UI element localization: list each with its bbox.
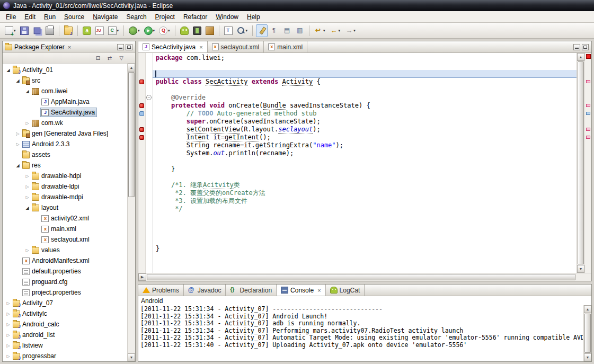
tree-item-com-liwei[interactable]: ◢com.liwei [3, 86, 127, 96]
scroll-down-icon[interactable]: ▼ [584, 353, 591, 361]
tree-item-project-properties[interactable]: project.properties [3, 287, 127, 298]
code-line[interactable]: // TODO Auto-generated method stub [153, 110, 577, 118]
code-line[interactable] [153, 86, 577, 94]
code-line[interactable]: public class SecActivity extends Activit… [153, 78, 577, 86]
overview-ruler[interactable] [584, 53, 591, 273]
tab-seclayout-xml[interactable]: seclayout.xml [208, 41, 264, 52]
tree-item-activity02-xml[interactable]: activity02.xml [3, 213, 127, 224]
scroll-right-icon[interactable]: ▶ [138, 273, 146, 281]
code-line[interactable] [153, 213, 577, 221]
tree-item-values[interactable]: ▷values [3, 245, 127, 255]
link-with-editor-button[interactable]: ⇄ [105, 54, 114, 62]
code-line[interactable] [153, 237, 577, 245]
collapse-arrow-icon[interactable]: ◢ [14, 78, 21, 83]
tree-item-listview[interactable]: ▷listview [3, 340, 127, 351]
code-line[interactable]: Intent it=getIntent(); [153, 134, 577, 141]
chevron-down-icon[interactable]: ▾ [14, 29, 16, 33]
error-marker-icon[interactable] [139, 135, 144, 140]
back-button[interactable]: ▾ [328, 24, 342, 37]
minimize-editor-button[interactable] [573, 44, 580, 50]
code-line[interactable] [153, 221, 577, 229]
expand-arrow-icon[interactable]: ▷ [5, 343, 12, 348]
forward-button[interactable]: ▾ [343, 24, 357, 37]
minimize-view-button[interactable] [117, 44, 124, 50]
android-sdk-manager-button[interactable] [179, 24, 190, 37]
save-all-button[interactable] [31, 24, 43, 37]
tree-item-progressbar[interactable]: ▷progressbar [3, 351, 127, 361]
show-columns-button[interactable] [294, 24, 306, 37]
scroll-down-icon[interactable]: ▼ [577, 265, 584, 273]
tree-item-drawable-ldpi[interactable]: ▷drawable-ldpi [3, 181, 127, 192]
tab-problems[interactable]: Problems [138, 285, 184, 296]
tree-scrollbar[interactable]: ▲ ▼ [127, 64, 135, 361]
expand-arrow-icon[interactable]: ▷ [5, 354, 12, 359]
new-junit-test-button[interactable] [94, 24, 105, 37]
view-menu-button[interactable]: ▽ [117, 54, 126, 62]
collapse-fold-icon[interactable]: − [146, 95, 152, 100]
expand-arrow-icon[interactable]: ▷ [5, 333, 12, 338]
menu-project[interactable]: Project [151, 12, 179, 22]
new-android-project-button[interactable] [81, 24, 93, 37]
code-line[interactable]: *2. 覆盖父类的onCreate方法 [153, 189, 577, 197]
code-line[interactable] [153, 62, 577, 70]
code-line[interactable] [153, 157, 577, 165]
tree-item-src[interactable]: ◢src [3, 75, 127, 86]
expand-arrow-icon[interactable]: ▷ [24, 195, 31, 200]
scrollbar-thumb[interactable] [578, 61, 584, 264]
tree-item-drawable-hdpi[interactable]: ▷drawable-hdpi [3, 171, 127, 181]
collapse-arrow-icon[interactable]: ◢ [24, 89, 31, 94]
close-icon[interactable]: × [199, 44, 202, 50]
avd-manager-button[interactable] [191, 24, 203, 37]
tree-item-com-wk[interactable]: ▷com.wk [3, 118, 127, 128]
console-scrollbar[interactable]: ▲ ▼ [583, 305, 591, 361]
tab-main-xml[interactable]: main.xml [264, 41, 307, 52]
code-area[interactable]: package com.liwei;public class SecActivi… [153, 53, 577, 273]
new-wizard-button[interactable]: ▾ [3, 24, 17, 37]
run-button[interactable]: ▾ [143, 24, 157, 37]
expand-arrow-icon[interactable]: ▷ [24, 174, 31, 179]
tree-item-activity-07[interactable]: ▷Activity_07 [3, 298, 127, 308]
menu-edit[interactable]: Edit [20, 12, 40, 22]
scrollbar-thumb[interactable] [128, 72, 135, 197]
code-line[interactable]: String recname=it.getStringExtra("name")… [153, 141, 577, 149]
error-marker-icon[interactable] [139, 103, 144, 108]
menu-file[interactable]: File [2, 12, 20, 22]
error-marker-icon[interactable] [139, 127, 144, 132]
tree-item-activity-01[interactable]: ◢Activity_01 [3, 65, 127, 75]
scroll-up-icon[interactable]: ▲ [128, 64, 135, 72]
code-line[interactable]: setContentView(R.layout.seclayout); [153, 126, 577, 134]
error-overview-icon[interactable] [586, 128, 590, 131]
code-line[interactable]: } [153, 165, 577, 173]
expand-arrow-icon[interactable]: ▷ [5, 301, 12, 306]
folding-ruler[interactable]: − [146, 53, 153, 273]
menu-refactor[interactable]: Refactor [179, 12, 211, 22]
tree-item-layout[interactable]: ◢layout [3, 202, 127, 213]
last-edit-location-button[interactable]: ▾ [313, 24, 327, 37]
tree-item-seclayout-xml[interactable]: seclayout.xml [3, 234, 127, 245]
editor-vertical-scrollbar[interactable]: ▲ ▼ [577, 53, 584, 273]
new-package-button[interactable] [204, 24, 216, 37]
error-overview-icon[interactable] [586, 104, 590, 107]
menu-source[interactable]: Source [60, 12, 88, 22]
code-line[interactable]: package com.liwei; [153, 54, 577, 62]
chevron-down-icon[interactable]: ▾ [138, 29, 140, 33]
show-whitespace-button[interactable] [269, 24, 280, 37]
open-type-button[interactable] [223, 24, 234, 37]
tree-item-android-list[interactable]: ▷android_list [3, 330, 127, 340]
tab-console[interactable]: Console× [277, 285, 325, 296]
tree-item-proguard-cfg[interactable]: proguard.cfg [3, 277, 127, 287]
debug-button[interactable]: ▾ [127, 24, 141, 37]
error-overview-icon[interactable] [586, 54, 591, 59]
code-line[interactable]: protected void onCreate(Bundle savedInst… [153, 102, 577, 110]
expand-arrow-icon[interactable]: ▷ [5, 312, 12, 316]
expand-arrow-icon[interactable]: ▷ [24, 121, 31, 126]
scrollbar-thumb[interactable] [147, 274, 575, 280]
collapse-arrow-icon[interactable]: ◢ [14, 163, 21, 168]
new-java-project-button[interactable] [63, 24, 74, 37]
task-overview-icon[interactable] [586, 112, 590, 115]
annotation-ruler[interactable] [138, 53, 146, 273]
editor-horizontal-scrollbar[interactable]: ◀ ▶ [138, 273, 591, 281]
expand-arrow-icon[interactable]: ▷ [5, 322, 12, 327]
tree-item-assets[interactable]: assets [3, 149, 127, 160]
tree-item-drawable-mdpi[interactable]: ▷drawable-mdpi [3, 192, 127, 202]
